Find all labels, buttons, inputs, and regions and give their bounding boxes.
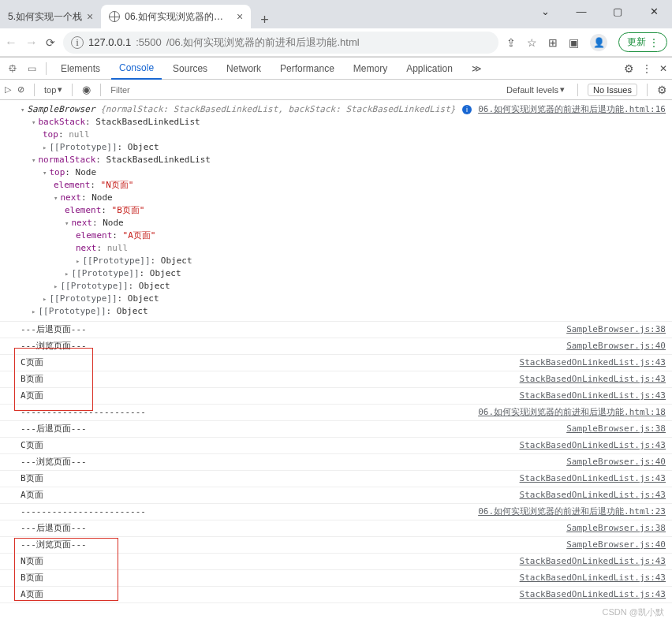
source-link[interactable]: StackBasedOnLinkedList.js:43 xyxy=(520,555,666,568)
tab-close-icon[interactable]: × xyxy=(237,10,243,23)
window-minimize-icon[interactable]: — xyxy=(563,0,599,22)
log-row: N页面StackBasedOnLinkedList.js:43 xyxy=(0,554,672,570)
source-link[interactable]: SampleBrowser.js:40 xyxy=(566,456,666,468)
tab-close-icon[interactable]: × xyxy=(87,10,93,23)
nav-forward-icon: → xyxy=(25,35,38,50)
source-link[interactable]: StackBasedOnLinkedList.js:43 xyxy=(520,472,666,485)
log-row: A页面StackBasedOnLinkedList.js:43 xyxy=(0,587,672,603)
devtools: ⯐ ▭ Elements Console Sources Network Per… xyxy=(0,57,672,603)
nav-bar: ← → ⟳ i 127.0.0.1:5500/06.如何实现浏览器的前进和后退功… xyxy=(0,28,672,57)
devtools-tabs: ⯐ ▭ Elements Console Sources Network Per… xyxy=(0,58,672,80)
chevron-down-icon: ▾ xyxy=(58,84,62,95)
tab-more-icon[interactable]: ≫ xyxy=(464,58,490,80)
log-row: B页面StackBasedOnLinkedList.js:43 xyxy=(0,570,672,587)
info-icon[interactable]: i xyxy=(462,105,472,114)
source-link[interactable]: StackBasedOnLinkedList.js:43 xyxy=(520,588,666,601)
source-link[interactable]: SampleBrowser.js:40 xyxy=(566,340,666,353)
source-link[interactable]: SampleBrowser.js:38 xyxy=(566,423,666,435)
log-row: ---浏览页面---SampleBrowser.js:40 xyxy=(0,537,672,554)
live-expression-icon[interactable]: ◉ xyxy=(82,84,91,95)
watermark: CSDN @凯小默 xyxy=(603,606,664,618)
kebab-icon[interactable]: ⋮ xyxy=(642,63,651,74)
share-icon[interactable]: ⇪ xyxy=(506,36,516,49)
tab-sources[interactable]: Sources xyxy=(165,58,215,80)
chevron-down-icon: ▾ xyxy=(560,84,565,95)
filter-input[interactable] xyxy=(110,83,497,97)
nav-actions: ⇪ ☆ ⊞ ▣ 👤 更新⋮ xyxy=(506,32,667,52)
devtools-close-icon[interactable]: ✕ xyxy=(659,63,667,74)
avatar-icon[interactable]: 👤 xyxy=(590,34,607,51)
tab-performance[interactable]: Performance xyxy=(272,58,342,80)
reload-icon[interactable]: ⟳ xyxy=(46,36,55,49)
source-link[interactable]: 06.如何实现浏览器的前进和后退功能.html:18 xyxy=(478,406,666,419)
source-link[interactable]: StackBasedOnLinkedList.js:43 xyxy=(520,439,666,452)
log-row: B页面StackBasedOnLinkedList.js:43 xyxy=(0,471,672,487)
log-row: C页面StackBasedOnLinkedList.js:43 xyxy=(0,355,672,371)
source-link[interactable]: StackBasedOnLinkedList.js:43 xyxy=(520,572,666,584)
sidebar-toggle-icon[interactable]: ▷ xyxy=(5,84,11,95)
tab-network[interactable]: Network xyxy=(218,58,269,80)
source-link[interactable]: StackBasedOnLinkedList.js:43 xyxy=(520,373,666,386)
extensions-icon[interactable]: ⊞ xyxy=(548,36,558,49)
source-link[interactable]: StackBasedOnLinkedList.js:43 xyxy=(520,390,666,402)
source-link[interactable]: SampleBrowser.js:38 xyxy=(566,522,666,535)
tab-memory[interactable]: Memory xyxy=(345,58,395,80)
issues-badge[interactable]: No Issues xyxy=(588,84,637,96)
object-tree[interactable]: SampleBrowser {normalStack: StackBasedLi… xyxy=(0,100,672,322)
menu-icon: ⋮ xyxy=(649,37,659,48)
log-row: ---浏览页面---SampleBrowser.js:40 xyxy=(0,454,672,471)
globe-icon xyxy=(109,11,120,22)
settings-icon[interactable]: ⚙ xyxy=(624,62,634,75)
tab-elements[interactable]: Elements xyxy=(53,58,108,80)
window-controls: ⌄ — ▢ ✕ xyxy=(527,0,672,22)
source-link[interactable]: SampleBrowser.js:40 xyxy=(566,539,666,551)
tab-title: 06.如何实现浏览器的前进和后退 xyxy=(125,10,232,24)
log-row: A页面StackBasedOnLinkedList.js:43 xyxy=(0,487,672,504)
site-info-icon[interactable]: i xyxy=(71,36,84,49)
source-link[interactable]: 06.如何实现浏览器的前进和后退功能.html:16 xyxy=(478,103,666,115)
url-host: 127.0.0.1 xyxy=(88,36,131,48)
tab-application[interactable]: Application xyxy=(398,58,461,80)
browser-tab-active[interactable]: 06.如何实现浏览器的前进和后退 × xyxy=(101,5,251,28)
log-row: ---后退页面---SampleBrowser.js:38 xyxy=(0,520,672,537)
source-link[interactable]: 06.如何实现浏览器的前进和后退功能.html:23 xyxy=(478,505,666,518)
address-bar[interactable]: i 127.0.0.1:5500/06.如何实现浏览器的前进和后退功能.html xyxy=(63,32,498,54)
source-link[interactable]: SampleBrowser.js:38 xyxy=(566,323,666,336)
source-link[interactable]: StackBasedOnLinkedList.js:43 xyxy=(520,356,666,369)
clear-console-icon[interactable]: ⊘ xyxy=(17,84,24,95)
log-row: B页面StackBasedOnLinkedList.js:43 xyxy=(0,371,672,388)
log-row: ------------------------06.如何实现浏览器的前进和后退… xyxy=(0,504,672,520)
device-icon[interactable]: ▭ xyxy=(24,63,39,74)
console-output: 06.如何实现浏览器的前进和后退功能.html:16 SampleBrowser… xyxy=(0,100,672,603)
window-dropdown-icon[interactable]: ⌄ xyxy=(527,0,563,22)
tab-console[interactable]: Console xyxy=(111,58,162,80)
nav-back-icon[interactable]: ← xyxy=(5,35,17,50)
browser-tab-inactive[interactable]: 5.如何实现一个栈 × xyxy=(0,5,101,28)
log-row: C页面StackBasedOnLinkedList.js:43 xyxy=(0,438,672,454)
log-levels-selector[interactable]: Default levels ▾ xyxy=(503,84,568,95)
update-button[interactable]: 更新⋮ xyxy=(618,32,667,52)
log-row: A页面StackBasedOnLinkedList.js:43 xyxy=(0,388,672,405)
log-row: ---后退页面---SampleBrowser.js:38 xyxy=(0,322,672,338)
log-row: ---浏览页面---SampleBrowser.js:40 xyxy=(0,338,672,355)
tab-title: 5.如何实现一个栈 xyxy=(8,10,82,24)
bookmark-icon[interactable]: ☆ xyxy=(527,36,537,49)
new-tab-button[interactable]: + xyxy=(251,12,278,28)
console-settings-icon[interactable]: ⚙ xyxy=(657,84,667,96)
url-path: /06.如何实现浏览器的前进和后退功能.html xyxy=(166,35,360,50)
context-selector[interactable]: top▾ xyxy=(44,84,62,95)
inspect-icon[interactable]: ⯐ xyxy=(5,63,21,74)
log-row: ------------------------06.如何实现浏览器的前进和后退… xyxy=(0,405,672,421)
source-link[interactable]: StackBasedOnLinkedList.js:43 xyxy=(520,489,666,502)
log-row: ---后退页面---SampleBrowser.js:38 xyxy=(0,421,672,438)
url-port: :5500 xyxy=(136,36,162,48)
reader-icon[interactable]: ▣ xyxy=(569,36,579,49)
console-toolbar: ▷ ⊘ top▾ ◉ Default levels ▾ No Issues ⚙ xyxy=(0,80,672,100)
window-close-icon[interactable]: ✕ xyxy=(636,0,672,22)
window-maximize-icon[interactable]: ▢ xyxy=(599,0,636,22)
